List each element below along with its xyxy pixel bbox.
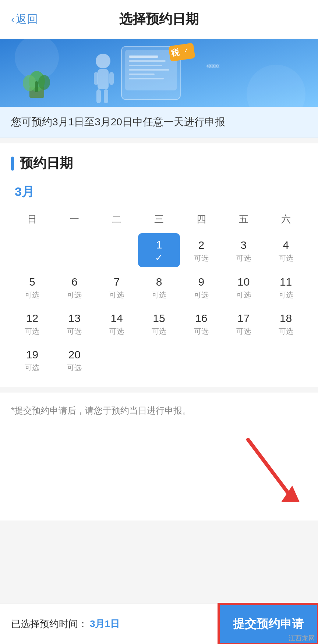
svg-rect-6	[129, 60, 166, 62]
day-number: 5	[29, 275, 35, 289]
day-number: 1	[156, 238, 162, 251]
calendar-grid: 日 一 二 三 四 五 六 1 ✓ 2 可选 3 可选	[11, 209, 307, 376]
calendar-day-12[interactable]: 12 可选	[11, 307, 53, 340]
day-number: 12	[26, 312, 38, 325]
calendar-day-8[interactable]: 8 可选	[138, 270, 180, 304]
watermark: 江西龙网	[289, 634, 315, 643]
day-status: 可选	[279, 326, 293, 336]
info-text: 您可预约3月1日至3月20日中任意一天进行申报	[11, 116, 225, 128]
day-status: 可选	[194, 326, 209, 336]
weekday-sun: 日	[11, 209, 53, 229]
day-status: 可选	[279, 290, 293, 300]
calendar-day-1[interactable]: 1 ✓	[138, 233, 180, 267]
weekday-thu: 四	[180, 209, 222, 229]
calendar-day-2[interactable]: 2 可选	[180, 233, 222, 267]
calendar-day-10[interactable]: 10 可选	[222, 270, 265, 304]
header: ‹ 返回 选择预约日期	[0, 0, 318, 39]
calendar-row-3: 12 可选 13 可选 14 可选 15 可选 16 可选 17 可选	[11, 307, 307, 340]
svg-point-23	[23, 75, 36, 91]
calendar-day-18[interactable]: 18 可选	[265, 307, 307, 340]
day-status: 可选	[67, 290, 82, 300]
svg-rect-16	[98, 69, 109, 89]
weekday-fri: 五	[222, 209, 265, 229]
back-chevron-icon: ‹	[11, 14, 14, 25]
footer-info: 已选择预约时间： 3月1日	[0, 604, 219, 644]
svg-text:税: 税	[170, 47, 180, 58]
day-number: 20	[68, 348, 81, 361]
day-number: 4	[283, 239, 289, 252]
day-status: 可选	[194, 253, 209, 263]
weekday-mon: 一	[53, 209, 96, 229]
selected-check-icon: ✓	[155, 252, 163, 264]
page-title: 选择预约日期	[119, 10, 199, 28]
svg-rect-20	[104, 89, 108, 103]
calendar-cell-empty	[11, 233, 53, 267]
calendar-day-19[interactable]: 19 可选	[11, 343, 53, 376]
day-status: 可选	[279, 253, 293, 263]
calendar-day-16[interactable]: 16 可选	[180, 307, 222, 340]
day-status: 可选	[67, 363, 82, 373]
day-number: 8	[156, 275, 162, 289]
footer-selected-date: 3月1日	[90, 618, 120, 630]
svg-rect-8	[129, 69, 169, 71]
calendar-section: 预约日期 3月 日 一 二 三 四 五 六 1 ✓ 2 可选	[0, 143, 318, 387]
info-bar: 您可预约3月1日至3月20日中任意一天进行申报	[0, 107, 318, 137]
calendar-day-14[interactable]: 14 可选	[96, 307, 138, 340]
svg-point-24	[38, 75, 50, 90]
svg-text:✓: ✓	[183, 47, 189, 54]
calendar-day-3[interactable]: 3 可选	[222, 233, 265, 267]
day-number: 19	[26, 348, 38, 361]
day-number: 17	[237, 312, 250, 325]
banner-illustration: 税 ✓ ««««	[0, 39, 318, 107]
calendar-cell-empty	[138, 343, 180, 376]
arrow-annotation	[0, 429, 318, 520]
back-button[interactable]: ‹ 返回	[11, 12, 38, 27]
day-status: 可选	[109, 290, 124, 300]
svg-point-15	[96, 54, 110, 68]
day-status: 可选	[25, 326, 39, 336]
calendar-day-15[interactable]: 15 可选	[138, 307, 180, 340]
day-status: 可选	[25, 290, 39, 300]
calendar-row-2: 5 可选 6 可选 7 可选 8 可选 9 可选 10 可选	[11, 270, 307, 304]
day-number: 14	[110, 312, 123, 325]
submit-label: 提交预约申请	[233, 616, 304, 632]
calendar-day-4[interactable]: 4 可选	[265, 233, 307, 267]
day-number: 7	[114, 275, 120, 289]
day-number: 6	[71, 275, 78, 289]
calendar-cell-empty	[96, 233, 138, 267]
calendar-day-13[interactable]: 13 可选	[53, 307, 96, 340]
note-text: *提交预约申请后，请您于预约当日进行申报。	[11, 405, 191, 415]
svg-rect-10	[129, 78, 164, 79]
day-status: 可选	[152, 290, 166, 300]
section-title: 预约日期	[20, 154, 73, 172]
calendar-day-20[interactable]: 20 可选	[53, 343, 96, 376]
calendar-row-1: 1 ✓ 2 可选 3 可选 4 可选	[11, 233, 307, 267]
svg-rect-7	[129, 65, 162, 66]
day-status: 可选	[236, 326, 251, 336]
day-number: 10	[237, 275, 250, 289]
calendar-day-9[interactable]: 9 可选	[180, 270, 222, 304]
svg-rect-5	[129, 56, 158, 58]
calendar-day-5[interactable]: 5 可选	[11, 270, 53, 304]
banner: 税 ✓ ««««	[0, 39, 318, 107]
weekday-sat: 六	[265, 209, 307, 229]
calendar-month: 3月	[11, 183, 307, 200]
footer: 已选择预约时间： 3月1日 提交预约申请	[0, 604, 318, 644]
note-section: *提交预约申请后，请您于预约当日进行申报。	[0, 393, 318, 429]
svg-rect-18	[109, 72, 114, 85]
day-status: 可选	[109, 326, 124, 336]
svg-line-26	[248, 440, 292, 498]
calendar-cell-empty	[180, 343, 222, 376]
day-status: 可选	[236, 290, 251, 300]
calendar-day-6[interactable]: 6 可选	[53, 270, 96, 304]
day-status: 可选	[236, 253, 251, 263]
svg-rect-19	[96, 89, 101, 103]
section-title-bar-decoration	[11, 157, 14, 171]
calendar-cell-empty	[96, 343, 138, 376]
calendar-day-17[interactable]: 17 可选	[222, 307, 265, 340]
footer-label: 已选择预约时间：	[11, 618, 88, 630]
calendar-day-11[interactable]: 11 可选	[265, 270, 307, 304]
calendar-day-7[interactable]: 7 可选	[96, 270, 138, 304]
svg-rect-25	[35, 81, 38, 92]
day-status: 可选	[194, 290, 209, 300]
